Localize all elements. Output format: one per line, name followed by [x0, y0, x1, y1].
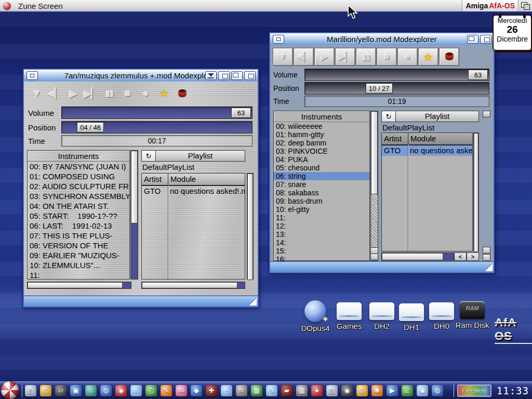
- next-button[interactable]: ▶▏: [85, 86, 98, 101]
- record-button[interactable]: ●: [397, 48, 418, 66]
- globe-icon[interactable]: ◍: [100, 385, 112, 396]
- scrollbar-thumb[interactable]: [131, 151, 138, 223]
- magnifier-icon[interactable]: ○: [130, 385, 142, 396]
- list-item[interactable]: 11:: [274, 214, 369, 222]
- folder-red-icon[interactable]: ▰: [281, 385, 292, 396]
- eye-window-icon[interactable]: ◉: [417, 385, 428, 396]
- desktop-icon-games[interactable]: Games: [331, 302, 367, 330]
- resize-gadget[interactable]: [485, 263, 493, 271]
- instruments-hscrollbar[interactable]: [27, 282, 131, 289]
- table-row[interactable]: GTO no questions asked!.m: [142, 186, 245, 196]
- web-sphere-icon[interactable]: ◍: [432, 385, 443, 396]
- cd-gold-icon[interactable]: ◎: [40, 385, 51, 396]
- scrollbar-thumb[interactable]: [247, 174, 253, 280]
- scrollbar-thumb[interactable]: [142, 282, 237, 288]
- trash-button[interactable]: [439, 48, 459, 66]
- cycle-gadget[interactable]: ↻: [142, 151, 156, 161]
- pane-down-gadget[interactable]: [483, 254, 490, 261]
- list-item[interactable]: 05: chesound: [274, 164, 369, 172]
- column-artist[interactable]: Artist: [142, 174, 168, 185]
- folder-dark-icon[interactable]: ▱: [55, 385, 66, 396]
- position-knob[interactable]: 04 / 46: [77, 122, 104, 132]
- next-button[interactable]: ▶▏: [335, 48, 355, 66]
- lifebuoy-icon[interactable]: ◉: [115, 385, 127, 396]
- desktop-icon-ram-disk[interactable]: RAM Ram Disk: [454, 301, 490, 329]
- instruments-vscrollbar[interactable]: [370, 111, 378, 261]
- calculator-icon[interactable]: ▦: [296, 385, 308, 396]
- depth-gadget[interactable]: [480, 35, 491, 44]
- playlist-vscrollbar[interactable]: [247, 173, 254, 280]
- list-item[interactable]: 12:: [274, 222, 369, 230]
- list-item[interactable]: 07: THIS IS THE PLUS-: [28, 231, 129, 241]
- pane-up-gadget[interactable]: [483, 247, 490, 254]
- list-item[interactable]: 04: PUKA: [274, 155, 369, 164]
- zoom-gadget[interactable]: [467, 35, 478, 44]
- playlist-table[interactable]: Artist Module GTO no questions asked!.: [381, 132, 473, 251]
- pause-button[interactable]: ▮▮: [103, 86, 116, 101]
- pause-button[interactable]: ▮▮: [356, 48, 376, 66]
- scanner-icon[interactable]: ≡: [236, 385, 247, 396]
- list-item[interactable]: 01: COMPOSED USING: [28, 171, 129, 181]
- list-item[interactable]: 08: sakabass: [274, 189, 369, 197]
- scrollbar-thumb[interactable]: [382, 253, 443, 260]
- record-button[interactable]: ●: [139, 86, 153, 101]
- scroll-down-button[interactable]: [370, 254, 378, 260]
- list-item[interactable]: 13:: [274, 230, 369, 238]
- list-item[interactable]: 03: SYNCHRON ASSEMBLY: [28, 191, 129, 201]
- list-item[interactable]: 15:: [274, 247, 369, 255]
- list-item[interactable]: 05: START: 1990-1?-??: [28, 211, 129, 221]
- paint-icon[interactable]: ✎: [161, 385, 172, 396]
- trash-button[interactable]: [176, 86, 189, 101]
- scrollbar-thumb[interactable]: [371, 111, 378, 194]
- favorite-button[interactable]: ★: [418, 48, 438, 66]
- list-item[interactable]: 11:: [28, 270, 129, 280]
- play-button[interactable]: ▶: [314, 48, 335, 66]
- instruments-vscrollbar[interactable]: [130, 150, 138, 280]
- prev-button[interactable]: ◀▏: [294, 48, 314, 66]
- prev-button[interactable]: ◀▏: [48, 86, 62, 101]
- snapshot-gadget[interactable]: [218, 71, 230, 80]
- pane-top-gadget[interactable]: [483, 111, 490, 117]
- cd-burner-icon[interactable]: ◎: [356, 385, 368, 396]
- position-slider[interactable]: 10 / 27: [304, 82, 489, 95]
- window-grid-icon[interactable]: ▦: [251, 385, 262, 396]
- list-item[interactable]: 02: AUDIO SCULPTURE FRO: [28, 181, 129, 191]
- desktop-icon-dopus4[interactable]: ✦ DOpus4: [297, 300, 334, 332]
- close-gadget[interactable]: [26, 71, 38, 80]
- notepad-icon[interactable]: ✎: [266, 385, 277, 396]
- clock-doc-icon[interactable]: ◔: [221, 385, 232, 396]
- list-item[interactable]: 00: wiiieeeeee: [274, 122, 369, 130]
- titlebar[interactable]: Marillion/yello.mod Modexplorer: [270, 33, 494, 46]
- column-module[interactable]: Module: [408, 133, 438, 144]
- volume-knob[interactable]: 63: [468, 70, 488, 80]
- puzzle-icon[interactable]: ◆: [191, 385, 202, 396]
- media-player-icon[interactable]: ▶: [387, 385, 398, 396]
- list-item[interactable]: 02: deep bamm: [274, 139, 369, 147]
- cycle-gadget[interactable]: ↻: [382, 111, 396, 122]
- list-item[interactable]: 10: el-gitty: [274, 205, 369, 214]
- playlist-hscrollbar[interactable]: [141, 282, 245, 289]
- instruments-list[interactable]: 00: BY 7AN/SYNC (JUAN I) 01: COMPOSED US…: [28, 162, 129, 290]
- resize-gadget[interactable]: [249, 298, 257, 305]
- column-artist[interactable]: Artist: [382, 133, 408, 144]
- list-item[interactable]: 07: snare: [274, 180, 369, 189]
- position-knob[interactable]: 10 / 27: [366, 83, 393, 94]
- stop-button[interactable]: ■: [121, 86, 135, 101]
- monitor-icon[interactable]: ▢: [145, 385, 157, 396]
- volume-slider[interactable]: 63: [304, 69, 489, 81]
- stop-button[interactable]: ■: [377, 48, 397, 66]
- toolbox-icon[interactable]: ✚: [206, 385, 217, 396]
- list-item[interactable]: 03: PINKVOICE: [274, 147, 369, 155]
- scrollbar-thumb[interactable]: [28, 282, 123, 288]
- depth-gadget[interactable]: [244, 71, 256, 80]
- volume-slider[interactable]: 63: [61, 107, 252, 119]
- iconify-gadget[interactable]: [205, 71, 217, 80]
- save-disk-icon[interactable]: ▤: [25, 385, 36, 396]
- list-item-selected[interactable]: 06: string: [274, 172, 369, 180]
- scroll-left-button[interactable]: <: [454, 252, 467, 261]
- vnc-icon[interactable]: Z: [402, 385, 413, 396]
- picture-icon[interactable]: ▣: [70, 385, 82, 396]
- speaker-icon[interactable]: ◉: [341, 385, 353, 396]
- photo-palm-icon[interactable]: ☼: [85, 385, 97, 396]
- mail-icon[interactable]: ✉: [176, 385, 187, 396]
